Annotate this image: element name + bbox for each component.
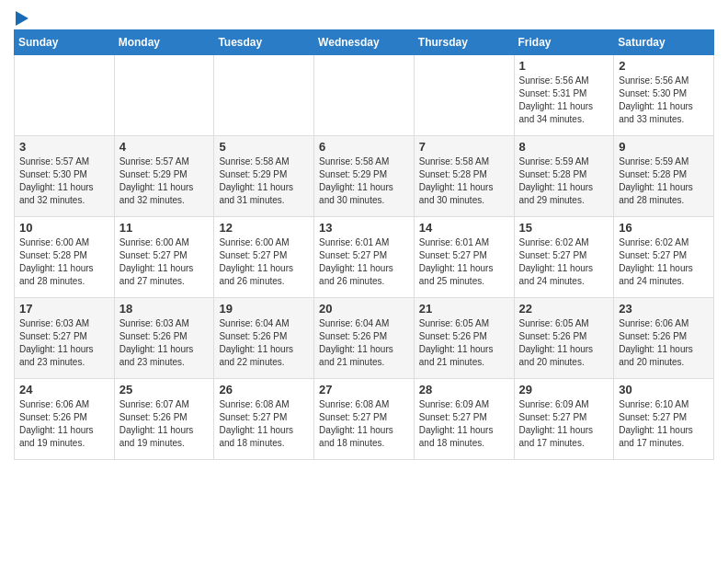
logo-arrow-icon <box>16 11 28 26</box>
calendar-day-cell: 8Sunrise: 5:59 AM Sunset: 5:28 PM Daylig… <box>514 136 614 217</box>
day-number: 26 <box>219 383 309 396</box>
day-number: 23 <box>619 302 709 316</box>
calendar-day-cell: 3Sunrise: 5:57 AM Sunset: 5:30 PM Daylig… <box>15 136 115 217</box>
weekday-header: Saturday <box>614 30 714 55</box>
calendar-day-cell: 6Sunrise: 5:58 AM Sunset: 5:29 PM Daylig… <box>314 136 415 217</box>
day-info: Sunrise: 6:00 AM Sunset: 5:27 PM Dayligh… <box>219 236 309 288</box>
day-number: 25 <box>119 383 210 396</box>
day-number: 8 <box>519 140 609 154</box>
day-number: 28 <box>419 383 509 396</box>
calendar-day-cell: 16Sunrise: 6:02 AM Sunset: 5:27 PM Dayli… <box>614 217 714 298</box>
day-number: 7 <box>419 140 509 154</box>
calendar-day-cell: 22Sunrise: 6:05 AM Sunset: 5:26 PM Dayli… <box>514 298 614 379</box>
calendar-table: SundayMondayTuesdayWednesdayThursdayFrid… <box>14 29 714 460</box>
day-number: 12 <box>219 221 309 235</box>
day-number: 14 <box>419 221 509 235</box>
day-number: 13 <box>319 221 409 235</box>
day-info: Sunrise: 6:00 AM Sunset: 5:28 PM Dayligh… <box>19 236 109 288</box>
day-info: Sunrise: 6:08 AM Sunset: 5:27 PM Dayligh… <box>219 398 309 450</box>
calendar-day-cell: 18Sunrise: 6:03 AM Sunset: 5:26 PM Dayli… <box>114 298 214 379</box>
calendar-day-cell: 9Sunrise: 5:59 AM Sunset: 5:28 PM Daylig… <box>614 136 714 217</box>
day-info: Sunrise: 6:07 AM Sunset: 5:26 PM Dayligh… <box>119 398 210 450</box>
calendar-day-cell: 30Sunrise: 6:10 AM Sunset: 5:27 PM Dayli… <box>614 379 714 460</box>
day-number: 20 <box>319 302 409 316</box>
day-info: Sunrise: 6:04 AM Sunset: 5:26 PM Dayligh… <box>319 317 409 369</box>
calendar-day-cell: 13Sunrise: 6:01 AM Sunset: 5:27 PM Dayli… <box>314 217 415 298</box>
calendar-day-cell: 10Sunrise: 6:00 AM Sunset: 5:28 PM Dayli… <box>15 217 115 298</box>
weekday-header: Tuesday <box>214 30 314 55</box>
calendar-week-row: 17Sunrise: 6:03 AM Sunset: 5:27 PM Dayli… <box>15 298 714 379</box>
day-number: 11 <box>119 221 210 235</box>
day-number: 16 <box>619 221 709 235</box>
calendar-day-cell: 2Sunrise: 5:56 AM Sunset: 5:30 PM Daylig… <box>614 55 714 136</box>
day-info: Sunrise: 6:03 AM Sunset: 5:27 PM Dayligh… <box>19 317 109 369</box>
day-info: Sunrise: 6:04 AM Sunset: 5:26 PM Dayligh… <box>219 317 309 369</box>
day-number: 22 <box>519 302 609 316</box>
calendar-day-cell: 25Sunrise: 6:07 AM Sunset: 5:26 PM Dayli… <box>114 379 214 460</box>
calendar-day-cell <box>15 55 115 136</box>
calendar-header-row: SundayMondayTuesdayWednesdayThursdayFrid… <box>15 30 714 55</box>
calendar-day-cell: 19Sunrise: 6:04 AM Sunset: 5:26 PM Dayli… <box>214 298 314 379</box>
day-info: Sunrise: 6:06 AM Sunset: 5:26 PM Dayligh… <box>619 317 709 369</box>
day-info: Sunrise: 5:59 AM Sunset: 5:28 PM Dayligh… <box>519 155 609 207</box>
day-info: Sunrise: 5:56 AM Sunset: 5:30 PM Dayligh… <box>619 75 709 126</box>
calendar-day-cell: 11Sunrise: 6:00 AM Sunset: 5:27 PM Dayli… <box>114 217 214 298</box>
day-info: Sunrise: 6:01 AM Sunset: 5:27 PM Dayligh… <box>419 236 509 288</box>
calendar-day-cell <box>314 55 415 136</box>
day-number: 15 <box>519 221 609 235</box>
day-number: 2 <box>619 59 709 73</box>
day-info: Sunrise: 6:08 AM Sunset: 5:27 PM Dayligh… <box>319 398 409 450</box>
calendar-day-cell <box>114 55 214 136</box>
day-number: 5 <box>219 140 309 154</box>
calendar-day-cell: 27Sunrise: 6:08 AM Sunset: 5:27 PM Dayli… <box>314 379 415 460</box>
calendar-week-row: 10Sunrise: 6:00 AM Sunset: 5:28 PM Dayli… <box>15 217 714 298</box>
calendar-day-cell: 14Sunrise: 6:01 AM Sunset: 5:27 PM Dayli… <box>414 217 514 298</box>
calendar-week-row: 24Sunrise: 6:06 AM Sunset: 5:26 PM Dayli… <box>15 379 714 460</box>
day-number: 10 <box>19 221 109 235</box>
day-number: 6 <box>319 140 409 154</box>
calendar-week-row: 1Sunrise: 5:56 AM Sunset: 5:31 PM Daylig… <box>15 55 714 136</box>
calendar-day-cell: 4Sunrise: 5:57 AM Sunset: 5:29 PM Daylig… <box>114 136 214 217</box>
calendar-day-cell: 21Sunrise: 6:05 AM Sunset: 5:26 PM Dayli… <box>414 298 514 379</box>
day-info: Sunrise: 6:06 AM Sunset: 5:26 PM Dayligh… <box>19 398 109 450</box>
day-number: 21 <box>419 302 509 316</box>
day-info: Sunrise: 6:05 AM Sunset: 5:26 PM Dayligh… <box>519 317 609 369</box>
day-info: Sunrise: 5:58 AM Sunset: 5:28 PM Dayligh… <box>419 155 509 207</box>
day-info: Sunrise: 6:10 AM Sunset: 5:27 PM Dayligh… <box>619 398 709 450</box>
day-info: Sunrise: 6:09 AM Sunset: 5:27 PM Dayligh… <box>419 398 509 450</box>
calendar-day-cell: 17Sunrise: 6:03 AM Sunset: 5:27 PM Dayli… <box>15 298 115 379</box>
day-info: Sunrise: 5:57 AM Sunset: 5:30 PM Dayligh… <box>19 155 109 207</box>
day-number: 27 <box>319 383 409 396</box>
day-info: Sunrise: 6:02 AM Sunset: 5:27 PM Dayligh… <box>519 236 609 288</box>
day-number: 24 <box>19 383 109 396</box>
calendar-day-cell <box>414 55 514 136</box>
day-info: Sunrise: 5:58 AM Sunset: 5:29 PM Dayligh… <box>319 155 409 207</box>
day-number: 9 <box>619 140 709 154</box>
day-number: 3 <box>19 140 109 154</box>
calendar-day-cell: 15Sunrise: 6:02 AM Sunset: 5:27 PM Dayli… <box>514 217 614 298</box>
weekday-header: Wednesday <box>314 30 415 55</box>
day-info: Sunrise: 6:00 AM Sunset: 5:27 PM Dayligh… <box>119 236 210 288</box>
calendar-day-cell: 12Sunrise: 6:00 AM Sunset: 5:27 PM Dayli… <box>214 217 314 298</box>
weekday-header: Sunday <box>15 30 115 55</box>
day-info: Sunrise: 6:02 AM Sunset: 5:27 PM Dayligh… <box>619 236 709 288</box>
weekday-header: Thursday <box>414 30 514 55</box>
day-info: Sunrise: 5:58 AM Sunset: 5:29 PM Dayligh… <box>219 155 309 207</box>
day-info: Sunrise: 5:56 AM Sunset: 5:31 PM Dayligh… <box>519 75 609 126</box>
day-info: Sunrise: 6:05 AM Sunset: 5:26 PM Dayligh… <box>419 317 509 369</box>
calendar-day-cell: 24Sunrise: 6:06 AM Sunset: 5:26 PM Dayli… <box>15 379 115 460</box>
weekday-header: Monday <box>114 30 214 55</box>
day-info: Sunrise: 6:03 AM Sunset: 5:26 PM Dayligh… <box>119 317 210 369</box>
calendar-day-cell: 29Sunrise: 6:09 AM Sunset: 5:27 PM Dayli… <box>514 379 614 460</box>
logo <box>14 15 28 26</box>
calendar-day-cell: 7Sunrise: 5:58 AM Sunset: 5:28 PM Daylig… <box>414 136 514 217</box>
day-info: Sunrise: 5:59 AM Sunset: 5:28 PM Dayligh… <box>619 155 709 207</box>
day-info: Sunrise: 6:09 AM Sunset: 5:27 PM Dayligh… <box>519 398 609 450</box>
calendar-day-cell: 26Sunrise: 6:08 AM Sunset: 5:27 PM Dayli… <box>214 379 314 460</box>
day-info: Sunrise: 5:57 AM Sunset: 5:29 PM Dayligh… <box>119 155 210 207</box>
day-number: 29 <box>519 383 609 396</box>
calendar-day-cell: 23Sunrise: 6:06 AM Sunset: 5:26 PM Dayli… <box>614 298 714 379</box>
calendar-day-cell: 1Sunrise: 5:56 AM Sunset: 5:31 PM Daylig… <box>514 55 614 136</box>
weekday-header: Friday <box>514 30 614 55</box>
calendar-day-cell: 28Sunrise: 6:09 AM Sunset: 5:27 PM Dayli… <box>414 379 514 460</box>
